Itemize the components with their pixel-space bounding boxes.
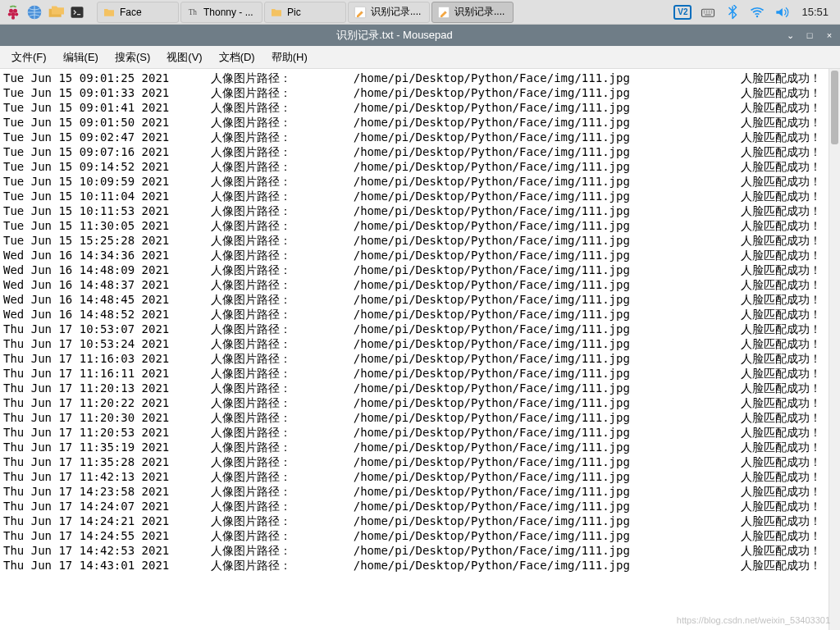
svg-point-4: [15, 12, 18, 16]
vertical-scrollbar[interactable]: [829, 69, 840, 630]
task-label: 识别记录....: [371, 5, 421, 19]
menubar: 文件(F)编辑(E)搜索(S)视图(V)文档(D)帮助(H): [0, 46, 840, 69]
text-editor-area[interactable]: Tue Jun 15 09:01:25 2021 人像图片路径： /home/p…: [0, 69, 829, 630]
scrollbar-thumb[interactable]: [831, 71, 838, 144]
folder-icon: [270, 6, 283, 19]
svg-point-2: [11, 12, 16, 16]
svg-point-0: [9, 8, 13, 12]
svg-point-12: [756, 15, 759, 17]
close-button[interactable]: ×: [824, 30, 835, 41]
keyboard-icon[interactable]: [700, 4, 716, 21]
task-label: Thonny - ...: [203, 7, 253, 18]
folder-icon: [103, 6, 116, 19]
volume-icon[interactable]: [774, 4, 790, 21]
svg-point-5: [11, 16, 15, 19]
task-pic-folder[interactable]: Pic: [264, 2, 346, 23]
menu-view[interactable]: 视图(V): [160, 47, 208, 68]
wifi-icon[interactable]: [749, 4, 765, 21]
svg-rect-7: [71, 7, 84, 17]
task-label: Face: [120, 7, 142, 18]
pencil-icon: [354, 6, 367, 19]
system-tray: V2 15:51: [673, 4, 837, 21]
task-face-folder[interactable]: Face: [97, 2, 179, 23]
task-thonny[interactable]: ThThonny - ...: [180, 2, 262, 23]
app-file-manager[interactable]: [46, 2, 66, 22]
task-label: 识别记录....: [454, 5, 504, 19]
menu-file[interactable]: 文件(F): [5, 47, 53, 68]
window-title: 识别记录.txt - Mousepad: [5, 28, 784, 43]
app-menu-raspberry[interactable]: [3, 2, 23, 22]
task-mousepad-2[interactable]: 识别记录....: [431, 2, 514, 23]
menu-help[interactable]: 帮助(H): [265, 47, 314, 68]
vnc-icon[interactable]: V2: [673, 5, 692, 20]
titlebar[interactable]: 识别记录.txt - Mousepad ⌄ □ ×: [0, 25, 840, 46]
task-mousepad-1[interactable]: 识别记录....: [348, 2, 430, 23]
mousepad-window: 识别记录.txt - Mousepad ⌄ □ × 文件(F)编辑(E)搜索(S…: [0, 25, 840, 630]
bluetooth-icon[interactable]: [724, 4, 741, 21]
maximize-button[interactable]: □: [804, 30, 815, 41]
app-terminal[interactable]: [67, 2, 87, 22]
task-label: Pic: [287, 7, 301, 18]
clock[interactable]: 15:51: [798, 6, 832, 18]
svg-text:Th: Th: [189, 8, 198, 16]
thonny-icon: Th: [186, 6, 199, 19]
app-web-browser[interactable]: [25, 2, 44, 22]
menu-edit[interactable]: 编辑(E): [57, 47, 105, 68]
menu-search[interactable]: 搜索(S): [108, 47, 157, 68]
pencil-icon: [437, 6, 450, 19]
taskbar: FaceThThonny - ...Pic识别记录....识别记录.... V2…: [0, 0, 840, 25]
svg-point-1: [13, 8, 17, 12]
svg-point-3: [8, 12, 11, 16]
minimize-button[interactable]: ⌄: [784, 30, 796, 41]
menu-document[interactable]: 文档(D): [212, 47, 262, 68]
